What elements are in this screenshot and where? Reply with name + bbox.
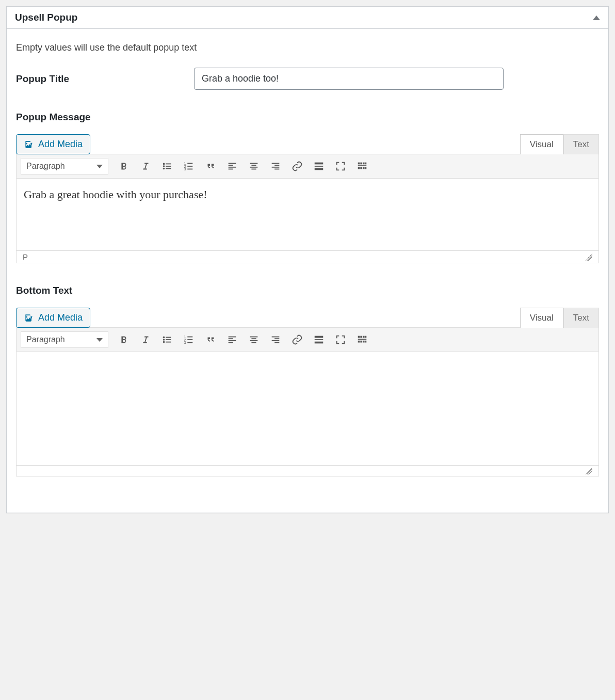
svg-rect-31 bbox=[358, 165, 367, 166]
italic-icon[interactable] bbox=[135, 157, 156, 176]
blockquote-icon[interactable] bbox=[200, 330, 221, 349]
bullet-list-icon[interactable] bbox=[157, 157, 177, 176]
chevron-down-icon bbox=[96, 338, 103, 342]
bottom-text-editor[interactable] bbox=[16, 352, 599, 466]
add-media-label: Add Media bbox=[38, 312, 83, 323]
svg-rect-57 bbox=[274, 338, 279, 339]
bottom-text-label: Bottom Text bbox=[16, 285, 599, 296]
add-media-label: Add Media bbox=[38, 139, 83, 150]
align-right-icon[interactable] bbox=[265, 157, 286, 176]
format-select[interactable]: Paragraph bbox=[21, 331, 108, 348]
numbered-list-icon[interactable]: 123 bbox=[179, 157, 199, 176]
helper-text: Empty values will use the default popup … bbox=[16, 42, 599, 53]
chevron-down-icon bbox=[96, 165, 103, 168]
fullscreen-icon[interactable] bbox=[330, 330, 351, 349]
svg-point-1 bbox=[163, 165, 165, 167]
tab-visual[interactable]: Visual bbox=[520, 134, 563, 154]
svg-rect-39 bbox=[166, 337, 171, 338]
popup-message-editor[interactable]: Grab a great hoodie with your purchase! bbox=[16, 179, 599, 251]
svg-rect-28 bbox=[360, 163, 362, 165]
svg-rect-30 bbox=[365, 163, 367, 165]
svg-rect-59 bbox=[274, 342, 279, 343]
svg-rect-10 bbox=[187, 166, 192, 167]
svg-rect-40 bbox=[166, 339, 171, 340]
svg-rect-3 bbox=[166, 164, 171, 165]
svg-text:3: 3 bbox=[184, 341, 186, 344]
svg-rect-33 bbox=[360, 167, 362, 169]
link-icon[interactable] bbox=[287, 157, 308, 176]
editor-toolbar: Paragraph 123 bbox=[16, 327, 599, 352]
bold-icon[interactable] bbox=[114, 157, 134, 176]
upsell-popup-metabox: Upsell Popup Empty values will use the d… bbox=[6, 6, 609, 513]
resize-grip-icon[interactable] bbox=[585, 467, 592, 474]
svg-rect-16 bbox=[250, 163, 258, 164]
resize-grip-icon[interactable] bbox=[585, 253, 592, 261]
svg-rect-49 bbox=[229, 338, 233, 339]
read-more-icon[interactable] bbox=[309, 157, 329, 176]
svg-rect-48 bbox=[229, 337, 236, 338]
tab-text[interactable]: Text bbox=[563, 134, 599, 154]
svg-rect-67 bbox=[358, 339, 367, 340]
svg-point-0 bbox=[163, 163, 165, 165]
align-center-icon[interactable] bbox=[244, 157, 264, 176]
blockquote-icon[interactable] bbox=[200, 157, 221, 176]
add-media-button[interactable]: Add Media bbox=[16, 134, 90, 154]
svg-rect-18 bbox=[250, 167, 258, 168]
popup-title-label: Popup Title bbox=[16, 73, 194, 85]
svg-point-2 bbox=[163, 168, 165, 170]
svg-rect-51 bbox=[229, 342, 233, 343]
align-left-icon[interactable] bbox=[222, 330, 242, 349]
add-media-button[interactable]: Add Media bbox=[16, 308, 90, 328]
align-left-icon[interactable] bbox=[222, 157, 242, 176]
editor-status-bar: P bbox=[16, 251, 599, 263]
panel-title: Upsell Popup bbox=[15, 12, 77, 23]
bullet-list-icon[interactable] bbox=[157, 330, 177, 349]
toolbar-toggle-icon[interactable] bbox=[352, 157, 373, 176]
numbered-list-icon[interactable]: 123 bbox=[179, 330, 199, 349]
popup-title-input[interactable] bbox=[194, 68, 504, 90]
svg-rect-27 bbox=[358, 163, 360, 165]
editor-tabs: Visual Text bbox=[520, 308, 599, 328]
tab-visual[interactable]: Visual bbox=[520, 308, 563, 328]
svg-rect-66 bbox=[365, 336, 367, 338]
svg-rect-61 bbox=[315, 339, 323, 340]
svg-rect-64 bbox=[360, 336, 362, 338]
format-select[interactable]: Paragraph bbox=[21, 158, 108, 174]
editor-toolbar: Paragraph 123 bbox=[16, 154, 599, 179]
svg-rect-12 bbox=[229, 163, 236, 164]
svg-rect-53 bbox=[251, 338, 256, 339]
svg-rect-70 bbox=[363, 341, 365, 343]
svg-rect-17 bbox=[251, 165, 256, 166]
svg-rect-52 bbox=[250, 337, 258, 338]
link-icon[interactable] bbox=[287, 330, 308, 349]
svg-rect-11 bbox=[187, 169, 192, 170]
svg-rect-24 bbox=[315, 163, 323, 165]
svg-rect-23 bbox=[274, 169, 279, 170]
svg-rect-69 bbox=[360, 341, 362, 343]
svg-rect-54 bbox=[250, 340, 258, 341]
media-icon bbox=[24, 313, 34, 323]
fullscreen-icon[interactable] bbox=[330, 157, 351, 176]
svg-rect-32 bbox=[358, 167, 360, 169]
tab-text[interactable]: Text bbox=[563, 308, 599, 328]
toolbar-toggle-icon[interactable] bbox=[352, 330, 373, 349]
svg-rect-47 bbox=[187, 342, 192, 343]
svg-rect-22 bbox=[272, 167, 280, 168]
svg-point-36 bbox=[163, 337, 165, 339]
svg-rect-5 bbox=[166, 168, 171, 169]
svg-rect-19 bbox=[251, 169, 256, 170]
svg-rect-35 bbox=[365, 167, 367, 169]
collapse-toggle-icon[interactable] bbox=[593, 15, 600, 20]
align-center-icon[interactable] bbox=[244, 330, 264, 349]
popup-message-section: Popup Message Add Media Visual Text Para… bbox=[16, 112, 599, 263]
bold-icon[interactable] bbox=[114, 330, 134, 349]
align-right-icon[interactable] bbox=[265, 330, 286, 349]
svg-rect-20 bbox=[272, 163, 280, 164]
metabox-header[interactable]: Upsell Popup bbox=[7, 7, 608, 29]
svg-rect-25 bbox=[315, 166, 323, 167]
read-more-icon[interactable] bbox=[309, 330, 329, 349]
svg-point-38 bbox=[163, 341, 165, 343]
italic-icon[interactable] bbox=[135, 330, 156, 349]
svg-rect-34 bbox=[363, 167, 365, 169]
svg-rect-56 bbox=[272, 337, 280, 338]
